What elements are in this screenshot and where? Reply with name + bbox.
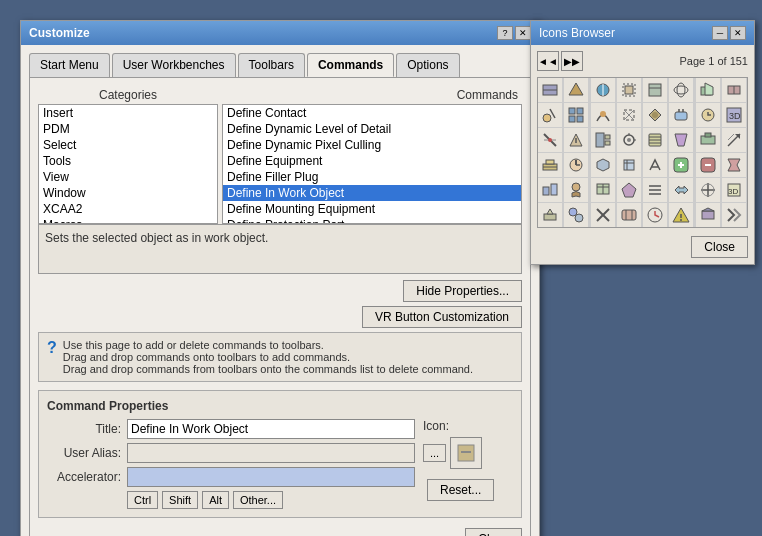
reset-button[interactable]: Reset...: [427, 479, 494, 501]
icon-cell[interactable]: [643, 78, 667, 102]
icon-cell[interactable]: 3D: [722, 103, 746, 127]
icon-cell[interactable]: [696, 203, 720, 227]
commands-list[interactable]: Define Contact Define Dynamic Level of D…: [222, 104, 522, 224]
icon-cell[interactable]: [564, 178, 588, 202]
tab-options[interactable]: Options: [396, 53, 459, 77]
icon-cell[interactable]: [564, 203, 588, 227]
icon-cell[interactable]: [669, 153, 693, 177]
icon-cell[interactable]: [617, 128, 641, 152]
list-item[interactable]: XCAA2: [39, 201, 217, 217]
close-button[interactable]: Close: [465, 528, 522, 536]
icon-cell[interactable]: [696, 178, 720, 202]
svg-rect-55: [546, 160, 554, 164]
icon-cell[interactable]: [669, 78, 693, 102]
tab-start-menu[interactable]: Start Menu: [29, 53, 110, 77]
icon-cell[interactable]: [591, 128, 615, 152]
icon-cell[interactable]: [643, 103, 667, 127]
icon-cell[interactable]: [591, 153, 615, 177]
list-item[interactable]: Window: [39, 185, 217, 201]
ctrl-button[interactable]: Ctrl: [127, 491, 158, 509]
icons-close-button[interactable]: Close: [691, 236, 748, 258]
icon-cell[interactable]: [722, 128, 746, 152]
icon-cell[interactable]: [617, 178, 641, 202]
icon-cell[interactable]: [669, 203, 693, 227]
svg-rect-59: [624, 160, 634, 170]
icon-cell[interactable]: [643, 128, 667, 152]
list-item[interactable]: Define Contact: [223, 105, 521, 121]
info-icon: ?: [47, 339, 57, 375]
icon-cell[interactable]: [564, 103, 588, 127]
list-item[interactable]: Insert: [39, 105, 217, 121]
icons-close-title-button[interactable]: ✕: [730, 26, 746, 40]
list-item[interactable]: Define Dynamic Pixel Culling: [223, 137, 521, 153]
icon-cell[interactable]: [696, 128, 720, 152]
svg-point-26: [652, 112, 658, 118]
icon-cell[interactable]: [591, 203, 615, 227]
icon-cell[interactable]: [617, 203, 641, 227]
icon-cell[interactable]: [617, 103, 641, 127]
svg-rect-22: [577, 116, 583, 122]
icon-cell[interactable]: [696, 103, 720, 127]
icons-minimize-button[interactable]: ─: [712, 26, 728, 40]
svg-rect-49: [705, 133, 711, 137]
tab-toolbars[interactable]: Toolbars: [238, 53, 305, 77]
icon-cell[interactable]: [538, 78, 562, 102]
close-title-button[interactable]: ✕: [515, 26, 531, 40]
icon-cell[interactable]: [591, 103, 615, 127]
icon-cell[interactable]: [669, 128, 693, 152]
icon-cell[interactable]: [564, 153, 588, 177]
icon-cell[interactable]: [643, 203, 667, 227]
list-item-selected[interactable]: Define In Work Object: [223, 185, 521, 201]
title-input[interactable]: [127, 419, 415, 439]
list-item[interactable]: Tools: [39, 153, 217, 169]
tab-commands[interactable]: Commands: [307, 53, 394, 77]
hide-properties-button[interactable]: Hide Properties...: [403, 280, 522, 302]
alt-button[interactable]: Alt: [202, 491, 229, 509]
icon-cell[interactable]: [617, 78, 641, 102]
icon-cell[interactable]: [591, 78, 615, 102]
categories-list[interactable]: Insert PDM Select Tools View Window XCAA…: [38, 104, 218, 224]
list-item[interactable]: PDM: [39, 121, 217, 137]
other-button[interactable]: Other...: [233, 491, 283, 509]
icon-cell[interactable]: [669, 178, 693, 202]
icon-cell[interactable]: [538, 128, 562, 152]
icon-cell[interactable]: [722, 203, 746, 227]
shift-button[interactable]: Shift: [162, 491, 198, 509]
list-item[interactable]: Define Mounting Equipment: [223, 201, 521, 217]
icon-cell[interactable]: [643, 153, 667, 177]
icons-title-buttons: ─ ✕: [712, 26, 746, 40]
vr-button[interactable]: VR Button Customization: [362, 306, 522, 328]
icons-browser-dialog: Icons Browser ─ ✕ ◄◄ ▶▶ Page 1 of 151: [530, 20, 755, 265]
svg-rect-37: [596, 133, 604, 147]
icon-cell[interactable]: [722, 153, 746, 177]
icon-cell[interactable]: [617, 153, 641, 177]
list-item[interactable]: Define Filler Plug: [223, 169, 521, 185]
icon-cell[interactable]: [696, 153, 720, 177]
list-item[interactable]: Macros: [39, 217, 217, 224]
help-button[interactable]: ?: [497, 26, 513, 40]
list-item[interactable]: Define Equipment: [223, 153, 521, 169]
icon-cell[interactable]: [722, 78, 746, 102]
icon-cell[interactable]: [538, 103, 562, 127]
icon-cell[interactable]: [538, 203, 562, 227]
alias-input[interactable]: [127, 443, 415, 463]
prev-page-button[interactable]: ◄◄: [537, 51, 559, 71]
list-item[interactable]: Select: [39, 137, 217, 153]
tab-user-workbenches[interactable]: User Workbenches: [112, 53, 236, 77]
icon-cell[interactable]: [696, 78, 720, 102]
icon-cell[interactable]: 3D: [722, 178, 746, 202]
list-item[interactable]: View: [39, 169, 217, 185]
list-item[interactable]: Define Dynamic Level of Detail: [223, 121, 521, 137]
icon-cell[interactable]: [564, 78, 588, 102]
next-page-button[interactable]: ▶▶: [561, 51, 583, 71]
icon-cell[interactable]: [669, 103, 693, 127]
icon-ellipsis-button[interactable]: ...: [423, 444, 446, 462]
icon-cell[interactable]: [591, 178, 615, 202]
list-item[interactable]: Define Protection Part: [223, 217, 521, 224]
icon-cell[interactable]: [643, 178, 667, 202]
icon-cell[interactable]: [538, 178, 562, 202]
icon-cell[interactable]: [564, 128, 588, 152]
info-text: Use this page to add or delete commands …: [63, 339, 473, 375]
icon-cell[interactable]: [538, 153, 562, 177]
nav-buttons: ◄◄ ▶▶: [537, 51, 583, 71]
